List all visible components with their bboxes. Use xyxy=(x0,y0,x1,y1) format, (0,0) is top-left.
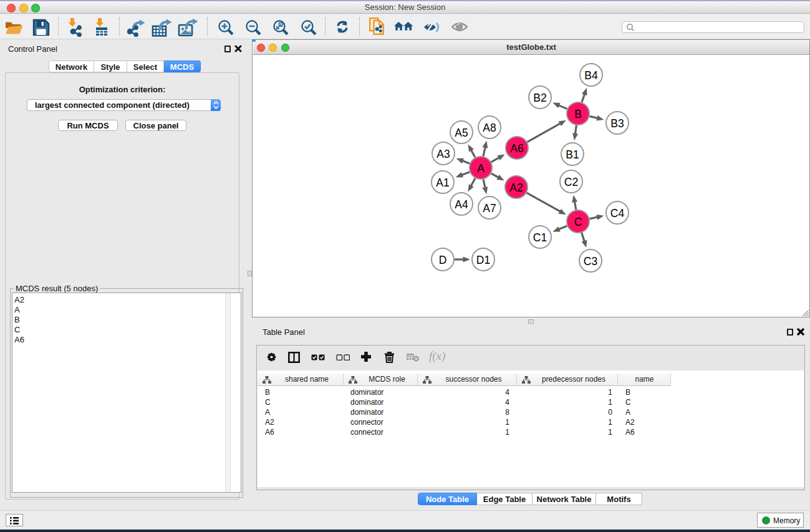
svg-text:A4: A4 xyxy=(455,198,468,211)
svg-text:B: B xyxy=(574,108,582,120)
svg-text:A8: A8 xyxy=(483,122,496,134)
svg-text:C1: C1 xyxy=(533,231,547,244)
svg-text:D1: D1 xyxy=(476,254,490,266)
svg-text:C: C xyxy=(574,216,582,228)
svg-text:A1: A1 xyxy=(436,177,449,189)
svg-text:B1: B1 xyxy=(566,148,579,161)
svg-text:C3: C3 xyxy=(584,255,597,268)
svg-text:C4: C4 xyxy=(610,207,625,220)
svg-text:A6: A6 xyxy=(510,142,523,155)
svg-text:A5: A5 xyxy=(455,127,468,139)
svg-text:A3: A3 xyxy=(436,148,450,160)
svg-text:B2: B2 xyxy=(533,92,546,104)
svg-text:B4: B4 xyxy=(584,69,598,82)
svg-text:C2: C2 xyxy=(564,176,578,188)
svg-text:D: D xyxy=(439,254,447,266)
svg-text:A2: A2 xyxy=(509,181,523,194)
svg-text:B3: B3 xyxy=(610,117,624,130)
svg-text:A7: A7 xyxy=(483,202,496,215)
svg-text:A: A xyxy=(477,162,485,175)
